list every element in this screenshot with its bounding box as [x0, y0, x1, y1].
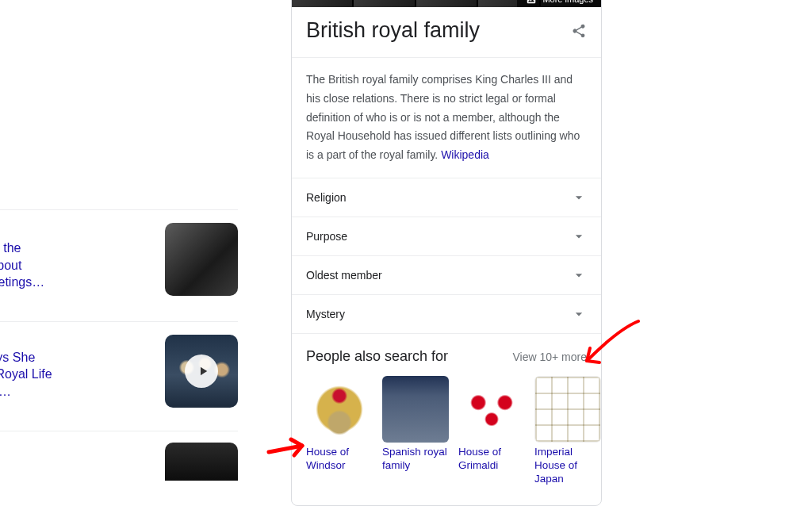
kp-accordion-label: Oldest member: [306, 269, 382, 282]
pasf-label: House of Grimaldi: [458, 446, 525, 473]
pasf-item-grimaldi[interactable]: House of Grimaldi: [458, 376, 525, 486]
chevron-down-icon: [571, 267, 587, 283]
story-age: go: [0, 299, 151, 310]
kp-accordion-religion[interactable]: Religion: [292, 178, 601, 217]
story-title[interactable]: y & Meghan, the Opens Up About n's Early…: [0, 240, 151, 291]
pasf-heading: People also search for: [306, 348, 448, 365]
kp-accordion-label: Mystery: [306, 308, 345, 320]
pasf-thumbnail: [458, 376, 525, 443]
story-card[interactable]: le.com n Markle Says She d Reality of Ro…: [0, 322, 238, 431]
knowledge-panel: More images British royal family The Bri…: [291, 0, 602, 506]
story-card[interactable]: FAIR y & Meghan, the Opens Up About n's …: [0, 210, 238, 322]
chevron-down-icon: [571, 190, 587, 205]
story-source: FAIR: [0, 223, 151, 236]
share-icon: [571, 23, 587, 39]
kp-accordion-purpose[interactable]: Purpose: [292, 217, 601, 256]
result-snippet-fragment: ng the …: [0, 0, 238, 36]
pasf-thumbnail: [382, 376, 449, 443]
story-card[interactable]: NEWS: [0, 443, 238, 481]
chevron-down-icon: [571, 228, 587, 244]
top-stories-heading[interactable]: review: [0, 179, 238, 209]
story-thumbnail[interactable]: [165, 335, 238, 408]
kp-accordion-oldest[interactable]: Oldest member: [292, 256, 601, 295]
pasf-thumbnail: [534, 376, 601, 443]
image-icon: [525, 0, 538, 5]
story-thumbnail[interactable]: [165, 223, 238, 296]
pasf-thumbnail: [306, 376, 373, 443]
pasf-label: Imperial House of Japan: [534, 446, 601, 486]
story-source: le.com: [0, 335, 151, 346]
more-images-label: More images: [542, 0, 593, 4]
pasf-item-japan[interactable]: Imperial House of Japan: [534, 376, 601, 486]
story-age: go: [0, 408, 151, 420]
kp-title: British royal family: [306, 18, 480, 43]
chevron-down-icon: [571, 306, 587, 322]
search-results-column: ng the … review FAIR y & Meghan, the Ope…: [0, 0, 238, 481]
pasf-label: Spanish royal family: [382, 446, 449, 473]
kp-accordion-label: Purpose: [306, 230, 347, 243]
pasf-label: House of Windsor: [306, 446, 373, 473]
kp-description: The British royal family comprises King …: [292, 58, 601, 178]
people-also-search-for: People also search for View 10+ more Hou…: [292, 334, 601, 505]
story-title[interactable]: n Markle Says She d Reality of Royal Lif…: [0, 349, 151, 401]
pasf-view-more-link[interactable]: View 10+ more: [512, 351, 587, 363]
share-button[interactable]: [571, 23, 587, 39]
play-icon[interactable]: [185, 355, 218, 388]
pasf-item-spanish[interactable]: Spanish royal family: [382, 376, 449, 486]
more-images-button[interactable]: More images: [517, 0, 601, 7]
story-thumbnail[interactable]: [165, 443, 238, 481]
kp-accordion-label: Religion: [306, 191, 347, 204]
pasf-item-windsor[interactable]: House of Windsor: [306, 376, 373, 486]
kp-source-link[interactable]: Wikipedia: [441, 148, 489, 161]
kp-accordion-mystery[interactable]: Mystery: [292, 295, 601, 334]
